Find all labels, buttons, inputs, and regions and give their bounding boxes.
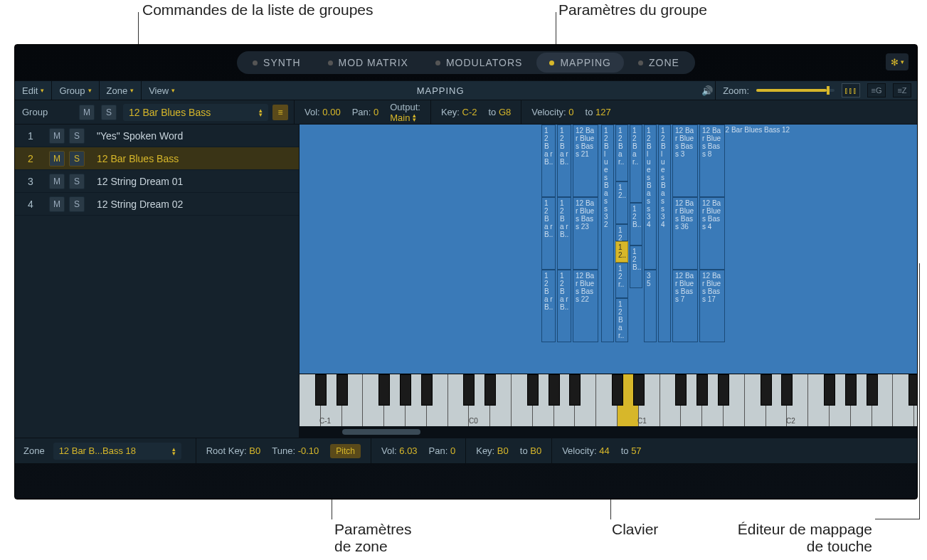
zone-block[interactable]: 1 2.. [615,181,628,224]
zone-vel-from[interactable]: 44 [599,445,609,456]
zones-area[interactable]: 12 Bar Blues Bass 12 1 2 B a r B.. 1 2 B… [300,125,917,374]
tab-mod-matrix[interactable]: MOD MATRIX [315,53,421,73]
group-vol-value[interactable]: 0.00 [322,107,340,117]
group-key-to[interactable]: G8 [499,107,511,117]
group-row-1[interactable]: 1 MS "Yes" Spoken Word [15,125,299,147]
zone-block[interactable]: 12 Bar Blues Bass 22 [573,270,598,342]
group-vel-from[interactable]: 0 [568,107,573,117]
black-key[interactable] [761,374,772,406]
audition-button[interactable]: 🔊 [699,81,716,100]
zone-block[interactable]: 1 2 B a r B.. [541,270,556,342]
zone-block[interactable]: 12 Bar Blues Bass 12 [719,125,917,197]
black-key[interactable] [781,374,793,406]
menu-zone[interactable]: Zone▾ [100,81,142,100]
solo-button[interactable]: S [69,128,85,144]
zone-block[interactable]: 1 2 B a r.. [615,298,628,342]
zone-block[interactable]: 1 2 B a r B.. [541,125,556,197]
black-key[interactable] [315,374,327,406]
zone-block[interactable]: 12 Bar Blues Bass 4 [699,197,725,270]
black-key[interactable] [400,374,411,406]
black-key[interactable] [909,374,917,406]
group-mute-button[interactable]: M [79,105,95,120]
group-output-select[interactable]: Main▴▾ [390,112,420,123]
zone-block[interactable]: 12 Bar Blues Bass 36 [672,197,698,270]
tab-mapping[interactable]: MAPPING [536,53,624,73]
zone-key-to[interactable]: B0 [530,445,541,456]
black-key[interactable] [718,374,729,406]
black-key[interactable] [378,374,390,406]
group-row-4[interactable]: 4 MS 12 String Dream 02 [15,193,299,216]
tab-zone[interactable]: ZONE [625,53,692,73]
menu-group[interactable]: Group▾ [52,81,99,100]
black-key[interactable] [696,374,708,406]
solo-button[interactable]: S [69,196,85,212]
zone-block[interactable]: 1 2 B l u e s B a s s 3 2 [601,125,614,342]
zone-tune-value[interactable]: -0.10 [298,445,319,456]
group-row-3[interactable]: 3 MS 12 String Dream 01 [15,170,299,193]
group-list-toggle[interactable]: ≡ [272,105,288,120]
zone-block[interactable]: 1 2 r.. [615,224,628,241]
menu-edit[interactable]: Edit▾ [15,81,52,100]
mute-button[interactable]: M [49,196,65,212]
zoom-slider[interactable] [756,89,835,92]
zone-block[interactable]: 1 2 B a r.. [615,125,628,181]
zone-block-selected[interactable]: 1 2.. [615,241,628,263]
zone-pitch-button[interactable]: Pitch [330,444,361,458]
zone-name-select[interactable]: 12 Bar B...Bass 18 ▴▾ [53,443,181,460]
scrollbar-thumb[interactable] [342,429,420,435]
mute-button[interactable]: M [49,174,65,189]
zone-block[interactable]: 1 2 B a r B.. [557,125,571,197]
black-key[interactable] [337,374,348,406]
solo-button[interactable]: S [69,151,85,167]
tab-synth[interactable]: SYNTH [240,53,313,73]
zone-vol-value[interactable]: 6.03 [399,445,417,456]
group-vel-to[interactable]: 127 [595,107,611,117]
zone-block[interactable]: 12 Bar Blues Bass 7 [672,270,698,342]
view-group-list-button[interactable]: ≡G [867,83,886,97]
black-key[interactable] [612,374,623,406]
zone-block[interactable]: 1 2 B l u e s B a s s 3 4 [658,125,671,342]
black-key[interactable] [633,374,645,406]
zone-block[interactable]: 12 Bar Blues Bass 23 [573,197,598,270]
black-key[interactable] [484,374,496,406]
group-solo-button[interactable]: S [101,105,117,120]
zone-block[interactable]: 1 2 B a r B.. [557,270,571,342]
view-zone-list-button[interactable]: ≡Z [893,83,911,97]
black-key[interactable] [421,374,433,406]
zone-block[interactable]: 1 2 B.. [630,203,642,245]
keyboard[interactable]: C-1C0C1C2 [300,374,917,426]
settings-button[interactable]: ✻▾ [886,53,909,70]
zone-block[interactable]: 3 5 [644,270,657,342]
zone-vel-to[interactable]: 57 [631,445,641,456]
zone-block[interactable]: 1 2 B l u e s B a s s 3 4 [644,125,657,270]
menu-view[interactable]: View▾ [142,81,182,100]
black-key[interactable] [549,374,560,406]
black-key[interactable] [675,374,687,406]
zone-block[interactable]: 12 Bar Blues Bass 21 [573,125,598,197]
zone-block[interactable]: 1 2 B.. [630,245,642,288]
black-key[interactable] [569,374,581,406]
view-keymap-button[interactable]: ⫿⫿⫿ [842,83,860,97]
black-key[interactable] [527,374,539,406]
tab-modulators[interactable]: MODULATORS [423,53,536,73]
zone-key-from[interactable]: B0 [497,445,509,456]
zone-block[interactable]: 12 Bar Blues Bass 8 [699,125,725,197]
zone-block[interactable]: 1 2 r.. [615,263,628,298]
zone-block[interactable]: 12 Bar Blues Bass 17 [699,270,725,342]
zone-root-value[interactable]: B0 [249,445,260,456]
zone-block[interactable]: 1 2 B a r B.. [557,197,571,270]
black-key[interactable] [845,374,857,406]
group-name-select[interactable]: 12 Bar Blues Bass ▴▾ [123,104,268,121]
black-key[interactable] [824,374,835,406]
mute-button[interactable]: M [49,151,65,167]
solo-button[interactable]: S [69,174,85,189]
zone-pan-value[interactable]: 0 [450,445,455,456]
keyboard-scrollbar[interactable] [300,426,917,438]
zone-block[interactable]: 1 2 B a r B.. [541,197,556,270]
black-key[interactable] [867,374,878,406]
mute-button[interactable]: M [49,128,65,144]
group-key-from[interactable]: C-2 [462,107,477,117]
zone-block[interactable]: 12 Bar Blues Bass 3 [672,125,698,197]
zone-block[interactable]: 1 2 B a r.. [630,125,642,203]
group-row-2[interactable]: 2 MS 12 Bar Blues Bass [15,147,299,170]
